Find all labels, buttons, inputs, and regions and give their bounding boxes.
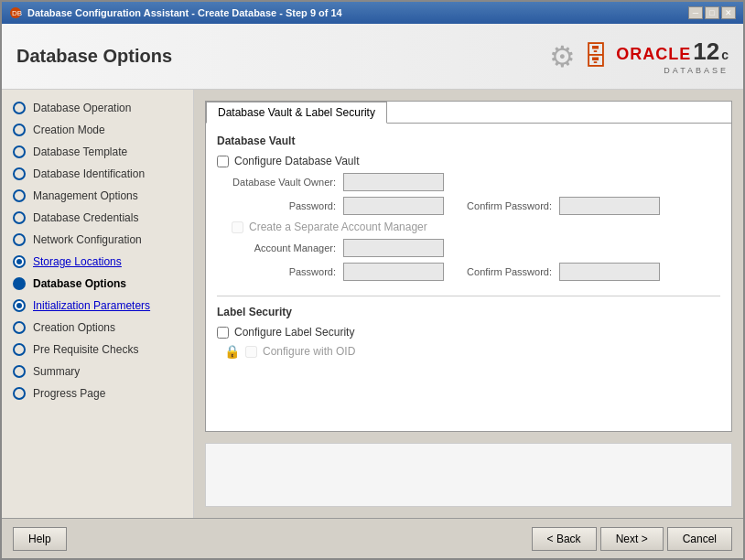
maximize-button[interactable]: □ — [705, 6, 719, 19]
account-manager-input[interactable] — [343, 239, 444, 257]
gear-icon: ⚙ — [549, 39, 576, 74]
separate-account-row: Create a Separate Account Manager — [232, 221, 720, 233]
db-icon: 🗄 — [583, 41, 609, 71]
oracle-brand-text: ORACLE — [616, 45, 691, 64]
back-button[interactable]: < Back — [532, 527, 597, 551]
sidebar-item-database-options: Database Options — [2, 273, 193, 295]
sidebar-item-label: Management Options — [33, 189, 138, 202]
oracle-super-text: c — [721, 48, 729, 62]
sidebar-item-summary: Summary — [2, 361, 193, 382]
step-indicator — [13, 299, 26, 312]
step-indicator — [13, 365, 26, 378]
separate-account-label: Create a Separate Account Manager — [249, 221, 427, 233]
step-indicator — [13, 387, 26, 400]
sidebar-item-pre-requisite-checks: Pre Requisite Checks — [2, 339, 193, 361]
account-password-row: Password: Confirm Password: — [217, 263, 720, 281]
oracle-sub-text: DATABASE — [664, 66, 729, 75]
tab-content: Database Vault Configure Database Vault … — [206, 124, 731, 431]
sidebar-item-database-credentials: Database Credentials — [2, 207, 193, 229]
label-security-section: Label Security Configure Label Security … — [217, 306, 720, 359]
sidebar-item-label: Creation Mode — [33, 124, 105, 136]
sidebar-item-storage-locations[interactable]: Storage Locations — [2, 251, 193, 273]
step-indicator — [13, 233, 26, 246]
main-content: Database Vault & Label Security Database… — [194, 90, 743, 518]
account-confirm-input[interactable] — [559, 263, 660, 281]
tab-database-vault-label-security[interactable]: Database Vault & Label Security — [206, 102, 387, 124]
sidebar-item-label: Pre Requisite Checks — [33, 343, 138, 356]
bottom-bar: Help < Back Next > Cancel — [2, 518, 743, 558]
sidebar-item-database-template: Database Template — [2, 141, 193, 163]
vault-password-input[interactable] — [343, 197, 444, 215]
configure-oid-checkbox[interactable] — [245, 346, 257, 358]
oracle-branding: ORACLE 12 c DATABASE — [616, 38, 729, 75]
sidebar-item-label: Database Operation — [33, 102, 131, 114]
account-password-input[interactable] — [343, 263, 444, 281]
sidebar-item-label: Network Configuration — [33, 233, 142, 246]
vault-owner-label: Database Vault Owner: — [217, 177, 336, 188]
configure-vault-label: Configure Database Vault — [234, 155, 360, 167]
next-button[interactable]: Next > — [600, 527, 664, 551]
sidebar-item-label: Creation Options — [33, 321, 115, 334]
sidebar-item-database-operation: Database Operation — [2, 97, 193, 119]
main-window: DB Database Configuration Assistant - Cr… — [0, 0, 745, 560]
sidebar-item-database-identification: Database Identification — [2, 163, 193, 185]
content-area: Database Operation Creation Mode Databas… — [2, 90, 743, 518]
sidebar-item-creation-options: Creation Options — [2, 317, 193, 339]
sidebar-item-initialization-parameters[interactable]: Initialization Parameters — [2, 295, 193, 317]
account-password-label: Password: — [217, 266, 336, 277]
configure-label-security-row: Configure Label Security — [217, 326, 720, 339]
step-indicator — [13, 255, 26, 268]
help-button[interactable]: Help — [13, 527, 67, 551]
vault-owner-row: Database Vault Owner: — [217, 173, 720, 191]
minimize-button[interactable]: ─ — [688, 6, 703, 19]
oracle-version-text: 12 — [693, 38, 719, 66]
description-area — [205, 443, 732, 507]
separate-account-checkbox[interactable] — [232, 221, 243, 233]
sidebar-item-label: Initialization Parameters — [33, 299, 150, 312]
label-security-title: Label Security — [217, 306, 720, 318]
sidebar-item-label: Database Options — [33, 277, 126, 290]
configure-oid-label: Configure with OID — [263, 345, 355, 358]
page-header: Database Options ⚙ 🗄 ORACLE 12 c DATABAS… — [2, 24, 743, 90]
navigation-buttons: < Back Next > Cancel — [532, 527, 732, 551]
lock-icon: 🔒 — [224, 344, 240, 359]
step-indicator — [13, 343, 26, 356]
sidebar-item-label: Progress Page — [33, 387, 105, 400]
step-indicator — [13, 321, 26, 334]
sidebar-item-label: Database Identification — [33, 167, 145, 180]
step-indicator — [13, 277, 26, 290]
account-manager-row: Account Manager: — [217, 239, 720, 257]
oracle-logo: ⚙ 🗄 ORACLE 12 c DATABASE — [549, 38, 729, 75]
sidebar-item-creation-mode: Creation Mode — [2, 119, 193, 141]
tab-header: Database Vault & Label Security — [206, 102, 731, 124]
sidebar: Database Operation Creation Mode Databas… — [2, 90, 194, 518]
close-button[interactable]: ✕ — [721, 6, 736, 19]
vault-confirm-password-label: Confirm Password: — [451, 200, 552, 211]
configure-vault-checkbox[interactable] — [217, 156, 229, 167]
sidebar-item-label: Storage Locations — [33, 255, 122, 268]
step-indicator — [13, 145, 26, 158]
configure-label-security-checkbox[interactable] — [217, 327, 229, 339]
tab-panel: Database Vault & Label Security Database… — [205, 101, 732, 432]
window-controls: ─ □ ✕ — [688, 6, 736, 19]
page-title: Database Options — [16, 46, 172, 67]
sidebar-item-label: Database Template — [33, 145, 127, 158]
cancel-button[interactable]: Cancel — [667, 527, 732, 551]
vault-password-label: Password: — [217, 200, 336, 211]
configure-label-security-label: Configure Label Security — [234, 326, 354, 339]
app-icon: DB — [9, 6, 22, 19]
sidebar-item-label: Summary — [33, 365, 80, 378]
step-indicator — [13, 167, 26, 180]
step-indicator — [13, 124, 26, 136]
sidebar-item-network-configuration: Network Configuration — [2, 229, 193, 251]
step-indicator — [13, 211, 26, 224]
vault-owner-input[interactable] — [343, 173, 444, 191]
configure-oid-row: 🔒 Configure with OID — [224, 344, 720, 359]
step-indicator — [13, 102, 26, 114]
window-title: Database Configuration Assistant - Creat… — [27, 7, 683, 18]
vault-confirm-password-input[interactable] — [559, 197, 660, 215]
sidebar-item-management-options: Management Options — [2, 185, 193, 207]
configure-vault-row: Configure Database Vault — [217, 155, 720, 167]
database-vault-title: Database Vault — [217, 135, 720, 147]
sidebar-item-label: Database Credentials — [33, 211, 138, 224]
